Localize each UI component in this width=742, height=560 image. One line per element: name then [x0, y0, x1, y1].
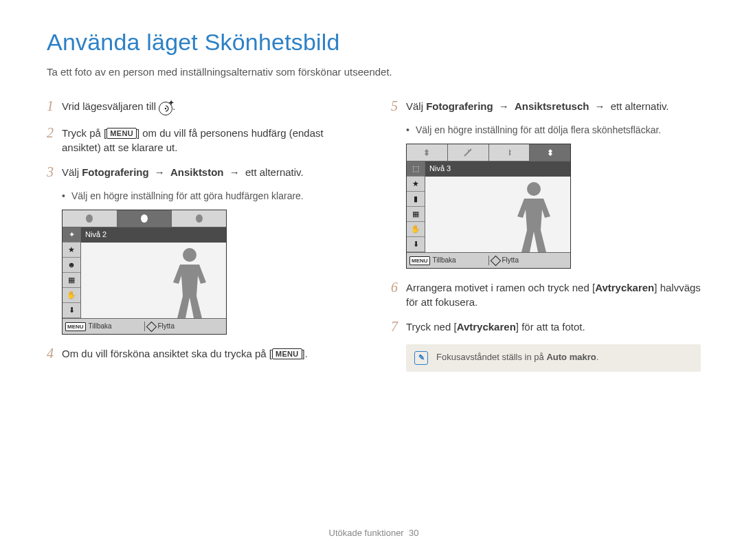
right-column: 5 Välj Fotografering → Ansiktsretusch → … — [391, 98, 701, 522]
bold-term: Ansiktston — [170, 166, 224, 178]
step-text: Tryck på [ — [62, 127, 106, 139]
person-silhouette-icon — [163, 244, 216, 318]
footer-section: Utökade funktioner — [329, 528, 404, 538]
bullet-dot: • — [406, 124, 416, 137]
bullet-dot: • — [62, 190, 71, 203]
svg-point-1 — [86, 214, 93, 223]
menu-chip: MENU — [272, 348, 302, 359]
step-text: Arrangera motivet i ramen och tryck ned … — [406, 282, 595, 293]
step-3-bullet: • Välj en högre inställning för att göra… — [62, 190, 357, 203]
cam-tab-active — [117, 210, 172, 227]
cam-tab — [172, 210, 226, 227]
cam-tab — [448, 144, 489, 161]
cam-body: ⬚ ★ ▮ ▦ ✋ ⬇ Nivå 3 — [407, 161, 570, 252]
page-footer: Utökade funktioner 30 — [47, 522, 701, 539]
nav-diamond-icon — [490, 255, 501, 266]
info-note: ✎ Fokusavståndet ställs in på Auto makro… — [406, 344, 701, 372]
step-body: Välj Fotografering → Ansiktston → ett al… — [62, 164, 357, 180]
step-2: 2 Tryck på [MENU] om du vill få personen… — [47, 125, 357, 155]
intro-text: Ta ett foto av en person med inställning… — [47, 65, 701, 79]
content-columns: 1 Vrid lägesväljaren till . 2 Tryck på [… — [47, 98, 701, 522]
footer-page: 30 — [409, 528, 418, 538]
cam-sidebar-icon: ✋ — [63, 288, 80, 303]
cam-footer-move: Flytta — [488, 256, 571, 265]
cam-tab — [407, 144, 448, 161]
step-text: Vrid lägesväljaren till — [62, 100, 159, 112]
cam-back-label: Tillbaka — [89, 322, 112, 331]
note-bold: Auto makro — [546, 352, 596, 362]
arrow-icon: → — [592, 100, 608, 112]
cam-sidebar-icon: ✦ — [63, 227, 80, 243]
cam-option-tabs — [63, 210, 226, 227]
step-number: 7 — [391, 319, 406, 335]
cam-preview: Nivå 2 — [81, 227, 226, 318]
cam-sidebar: ✦ ★ ☻ ▦ ✋ ⬇ — [63, 227, 81, 318]
step-number: 3 — [47, 164, 62, 180]
step-1: 1 Vrid lägesväljaren till . — [47, 98, 357, 115]
mode-dial-icon — [159, 102, 172, 115]
step-number: 2 — [47, 125, 62, 155]
nav-diamond-icon — [146, 321, 157, 332]
step-body: Tryck på [MENU] om du vill få personens … — [62, 125, 357, 155]
step-text-suffix: ]. — [302, 348, 308, 359]
arrow-icon: → — [496, 100, 512, 112]
cam-move-label: Flytta — [502, 256, 519, 265]
cam-sidebar-icon: ✋ — [407, 222, 425, 237]
step-body: Tryck ned [Avtryckaren] för att ta fotot… — [406, 319, 701, 335]
bold-term: Fotografering — [426, 100, 493, 112]
step-4: 4 Om du vill försköna ansiktet ska du tr… — [47, 346, 357, 361]
note-text: Fokusavståndet ställs in på Auto makro. — [436, 351, 598, 363]
bullet-text: Välj en högre inställning för att göra h… — [71, 190, 304, 203]
cam-sidebar: ⬚ ★ ▮ ▦ ✋ ⬇ — [407, 161, 425, 252]
step-body: Vrid lägesväljaren till . — [62, 98, 357, 115]
bold-term: Fotografering — [82, 166, 149, 178]
arrow-icon: → — [227, 166, 243, 178]
cam-level-label: Nivå 3 — [425, 161, 570, 177]
cam-footer-back: MENU Tillbaka — [63, 322, 144, 331]
camera-screenshot-left: ✦ ★ ☻ ▦ ✋ ⬇ Nivå 2 — [62, 210, 227, 335]
cam-tab — [489, 144, 530, 161]
step-6: 6 Arrangera motivet i ramen och tryck ne… — [391, 280, 701, 309]
step-text: ett alternativ. — [611, 100, 669, 112]
step-text: Välj — [406, 100, 426, 112]
step-5: 5 Välj Fotografering → Ansiktsretusch → … — [391, 98, 701, 114]
step-body: Välj Fotografering → Ansiktsretusch → et… — [406, 98, 701, 114]
cam-sidebar-icon: ▮ — [407, 192, 425, 207]
svg-point-0 — [165, 107, 166, 109]
cam-tab — [63, 210, 117, 227]
note-pre: Fokusavståndet ställs in på — [436, 352, 546, 362]
step-body: Arrangera motivet i ramen och tryck ned … — [406, 280, 701, 309]
cam-sidebar-icon: ▦ — [63, 273, 80, 288]
step-text: Välj — [62, 166, 82, 178]
left-column: 1 Vrid lägesväljaren till . 2 Tryck på [… — [47, 98, 357, 522]
note-post: . — [596, 352, 599, 362]
step-7: 7 Tryck ned [Avtryckaren] för att ta fot… — [391, 319, 701, 335]
page-root: Använda läget Skönhetsbild Ta ett foto a… — [0, 0, 742, 560]
cam-option-tabs — [407, 144, 570, 161]
cam-sidebar-icon: ▦ — [407, 207, 425, 222]
step-number: 6 — [391, 280, 406, 309]
menu-icon: MENU — [409, 256, 430, 265]
step-text: Om du vill försköna ansiktet ska du tryc… — [62, 348, 272, 359]
svg-point-2 — [141, 214, 148, 223]
menu-chip: MENU — [106, 128, 137, 139]
info-icon: ✎ — [414, 351, 428, 365]
cam-back-label: Tillbaka — [433, 256, 456, 265]
cam-sidebar-icon: ⬇ — [407, 237, 425, 252]
step-text-suffix: ] för att ta fotot. — [516, 321, 585, 333]
step-3: 3 Välj Fotografering → Ansiktston → ett … — [47, 164, 357, 180]
cam-sidebar-icon: ☻ — [63, 258, 80, 273]
cam-footer-move: Flytta — [144, 322, 227, 331]
cam-level-label: Nivå 2 — [81, 227, 226, 243]
person-silhouette-icon — [507, 178, 561, 252]
cam-sidebar-icon: ★ — [63, 243, 80, 258]
bold-term: Avtryckaren — [595, 282, 654, 293]
cam-body: ✦ ★ ☻ ▦ ✋ ⬇ Nivå 2 — [63, 227, 226, 318]
step-number: 5 — [391, 98, 406, 114]
step-5-bullet: • Välj en högre inställning för att dölj… — [406, 124, 701, 137]
svg-point-3 — [196, 214, 203, 223]
arrow-icon: → — [152, 166, 168, 178]
bold-term: Ansiktsretusch — [515, 100, 589, 112]
menu-icon: MENU — [65, 322, 86, 331]
bullet-text: Välj en högre inställning för att dölja … — [416, 124, 661, 137]
